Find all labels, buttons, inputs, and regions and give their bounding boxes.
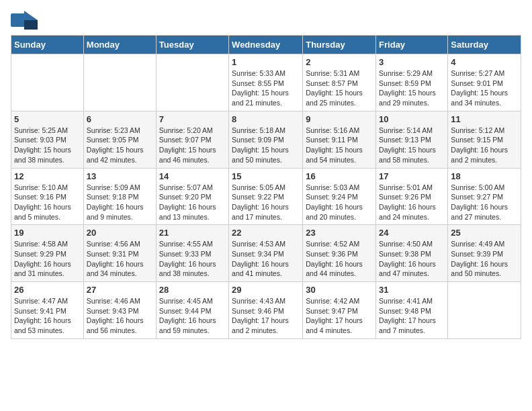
day-number: 28 (159, 285, 226, 295)
svg-marker-2 (24, 20, 38, 30)
day-info: Sunrise: 4:55 AM Sunset: 9:33 PM Dayligh… (159, 239, 226, 279)
header-tuesday: Tuesday (156, 36, 228, 54)
day-number: 17 (379, 171, 445, 181)
day-info: Sunrise: 5:20 AM Sunset: 9:07 PM Dayligh… (159, 126, 226, 165)
day-cell: 15Sunrise: 5:05 AM Sunset: 9:22 PM Dayli… (229, 168, 303, 225)
page-header (11, 11, 521, 30)
day-number: 5 (14, 114, 81, 124)
week-row-4: 19Sunrise: 4:58 AM Sunset: 9:29 PM Dayli… (11, 225, 521, 282)
day-info: Sunrise: 5:33 AM Sunset: 8:55 PM Dayligh… (232, 68, 300, 108)
day-info: Sunrise: 5:18 AM Sunset: 9:09 PM Dayligh… (232, 126, 300, 165)
day-info: Sunrise: 5:00 AM Sunset: 9:27 PM Dayligh… (451, 183, 518, 222)
day-cell: 8Sunrise: 5:18 AM Sunset: 9:09 PM Daylig… (229, 111, 303, 168)
day-number: 27 (87, 285, 153, 295)
day-number: 18 (451, 171, 518, 181)
day-cell: 5Sunrise: 5:25 AM Sunset: 9:03 PM Daylig… (11, 111, 84, 168)
day-cell: 4Sunrise: 5:27 AM Sunset: 9:01 PM Daylig… (448, 54, 521, 111)
day-info: Sunrise: 5:29 AM Sunset: 8:59 PM Dayligh… (379, 68, 445, 108)
day-info: Sunrise: 4:56 AM Sunset: 9:31 PM Dayligh… (87, 239, 153, 279)
day-number: 8 (232, 114, 300, 124)
day-info: Sunrise: 5:12 AM Sunset: 9:15 PM Dayligh… (451, 126, 518, 165)
day-number: 23 (306, 228, 373, 238)
day-cell (11, 54, 84, 111)
day-cell: 29Sunrise: 4:43 AM Sunset: 9:46 PM Dayli… (229, 282, 303, 339)
day-cell: 30Sunrise: 4:42 AM Sunset: 9:47 PM Dayli… (303, 282, 376, 339)
day-number: 7 (159, 114, 226, 124)
day-cell: 21Sunrise: 4:55 AM Sunset: 9:33 PM Dayli… (156, 225, 228, 282)
header-monday: Monday (83, 36, 156, 54)
day-number: 13 (87, 171, 153, 181)
day-info: Sunrise: 4:49 AM Sunset: 9:39 PM Dayligh… (451, 239, 518, 279)
week-row-1: 1Sunrise: 5:33 AM Sunset: 8:55 PM Daylig… (11, 54, 521, 111)
day-info: Sunrise: 5:10 AM Sunset: 9:16 PM Dayligh… (14, 183, 81, 222)
day-cell: 7Sunrise: 5:20 AM Sunset: 9:07 PM Daylig… (156, 111, 228, 168)
day-number: 12 (14, 171, 81, 181)
day-cell: 25Sunrise: 4:49 AM Sunset: 9:39 PM Dayli… (448, 225, 521, 282)
day-info: Sunrise: 4:41 AM Sunset: 9:48 PM Dayligh… (379, 296, 445, 336)
svg-marker-1 (24, 11, 38, 20)
day-cell: 19Sunrise: 4:58 AM Sunset: 9:29 PM Dayli… (11, 225, 84, 282)
day-info: Sunrise: 4:50 AM Sunset: 9:38 PM Dayligh… (379, 239, 445, 279)
day-info: Sunrise: 5:31 AM Sunset: 8:57 PM Dayligh… (306, 68, 373, 108)
day-cell: 16Sunrise: 5:03 AM Sunset: 9:24 PM Dayli… (303, 168, 376, 225)
day-info: Sunrise: 5:23 AM Sunset: 9:05 PM Dayligh… (87, 126, 153, 165)
day-cell: 2Sunrise: 5:31 AM Sunset: 8:57 PM Daylig… (303, 54, 376, 111)
day-info: Sunrise: 4:42 AM Sunset: 9:47 PM Dayligh… (306, 296, 373, 336)
day-number: 19 (14, 228, 81, 238)
day-cell: 31Sunrise: 4:41 AM Sunset: 9:48 PM Dayli… (376, 282, 448, 339)
day-cell: 9Sunrise: 5:16 AM Sunset: 9:11 PM Daylig… (303, 111, 376, 168)
header-thursday: Thursday (303, 36, 376, 54)
day-info: Sunrise: 4:46 AM Sunset: 9:43 PM Dayligh… (87, 296, 153, 336)
logo (11, 11, 40, 30)
day-info: Sunrise: 5:03 AM Sunset: 9:24 PM Dayligh… (306, 183, 373, 222)
day-info: Sunrise: 5:09 AM Sunset: 9:18 PM Dayligh… (87, 183, 153, 222)
day-cell (448, 282, 521, 339)
svg-rect-0 (11, 13, 26, 27)
day-number: 26 (14, 285, 81, 295)
day-cell: 10Sunrise: 5:14 AM Sunset: 9:13 PM Dayli… (376, 111, 448, 168)
day-number: 30 (306, 285, 373, 295)
day-number: 16 (306, 171, 373, 181)
day-cell: 12Sunrise: 5:10 AM Sunset: 9:16 PM Dayli… (11, 168, 84, 225)
week-row-5: 26Sunrise: 4:47 AM Sunset: 9:41 PM Dayli… (11, 282, 521, 339)
day-cell (83, 54, 156, 111)
day-number: 21 (159, 228, 226, 238)
day-info: Sunrise: 5:05 AM Sunset: 9:22 PM Dayligh… (232, 183, 300, 222)
day-info: Sunrise: 4:45 AM Sunset: 9:44 PM Dayligh… (159, 296, 226, 336)
day-cell: 17Sunrise: 5:01 AM Sunset: 9:26 PM Dayli… (376, 168, 448, 225)
week-row-2: 5Sunrise: 5:25 AM Sunset: 9:03 PM Daylig… (11, 111, 521, 168)
day-info: Sunrise: 4:47 AM Sunset: 9:41 PM Dayligh… (14, 296, 81, 336)
day-cell: 6Sunrise: 5:23 AM Sunset: 9:05 PM Daylig… (83, 111, 156, 168)
day-info: Sunrise: 4:58 AM Sunset: 9:29 PM Dayligh… (14, 239, 81, 279)
day-number: 20 (87, 228, 153, 238)
day-info: Sunrise: 5:27 AM Sunset: 9:01 PM Dayligh… (451, 68, 518, 108)
day-number: 15 (232, 171, 300, 181)
day-number: 22 (232, 228, 300, 238)
day-cell: 13Sunrise: 5:09 AM Sunset: 9:18 PM Dayli… (83, 168, 156, 225)
logo-icon (11, 11, 38, 30)
day-info: Sunrise: 4:43 AM Sunset: 9:46 PM Dayligh… (232, 296, 300, 336)
day-cell: 23Sunrise: 4:52 AM Sunset: 9:36 PM Dayli… (303, 225, 376, 282)
day-cell: 11Sunrise: 5:12 AM Sunset: 9:15 PM Dayli… (448, 111, 521, 168)
day-info: Sunrise: 5:16 AM Sunset: 9:11 PM Dayligh… (306, 126, 373, 165)
week-row-3: 12Sunrise: 5:10 AM Sunset: 9:16 PM Dayli… (11, 168, 521, 225)
day-number: 4 (451, 57, 518, 67)
day-number: 10 (379, 114, 445, 124)
day-cell: 20Sunrise: 4:56 AM Sunset: 9:31 PM Dayli… (83, 225, 156, 282)
day-number: 6 (87, 114, 153, 124)
day-cell: 27Sunrise: 4:46 AM Sunset: 9:43 PM Dayli… (83, 282, 156, 339)
day-cell: 3Sunrise: 5:29 AM Sunset: 8:59 PM Daylig… (376, 54, 448, 111)
day-number: 11 (451, 114, 518, 124)
day-number: 9 (306, 114, 373, 124)
header-saturday: Saturday (448, 36, 521, 54)
calendar-table: SundayMondayTuesdayWednesdayThursdayFrid… (11, 35, 521, 339)
day-cell: 18Sunrise: 5:00 AM Sunset: 9:27 PM Dayli… (448, 168, 521, 225)
day-number: 3 (379, 57, 445, 67)
day-cell (156, 54, 228, 111)
day-cell: 24Sunrise: 4:50 AM Sunset: 9:38 PM Dayli… (376, 225, 448, 282)
header-friday: Friday (376, 36, 448, 54)
header-wednesday: Wednesday (229, 36, 303, 54)
day-info: Sunrise: 5:14 AM Sunset: 9:13 PM Dayligh… (379, 126, 445, 165)
day-cell: 26Sunrise: 4:47 AM Sunset: 9:41 PM Dayli… (11, 282, 84, 339)
day-cell: 28Sunrise: 4:45 AM Sunset: 9:44 PM Dayli… (156, 282, 228, 339)
